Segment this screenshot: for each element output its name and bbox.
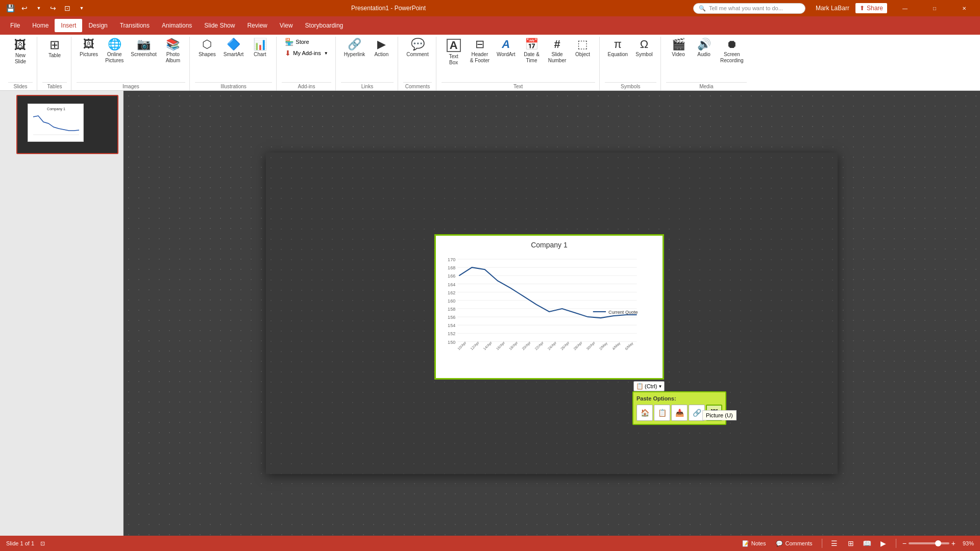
- symbol-label: Symbol: [635, 52, 652, 58]
- view-slideshow-button[interactable]: ▶: [877, 537, 890, 549]
- chart-label: Chart: [254, 52, 266, 58]
- paste-keep-source-button[interactable]: 📋: [654, 405, 670, 421]
- my-addins-button[interactable]: ⬇ My Add-ins ▼: [282, 48, 331, 58]
- svg-text:154: 154: [448, 323, 455, 328]
- user-name: Mark LaBarr: [816, 5, 849, 12]
- slide-number-button[interactable]: # SlideNumber: [545, 37, 570, 66]
- undo-dropdown[interactable]: ▼: [33, 2, 45, 14]
- wordart-button[interactable]: A WordArt: [494, 37, 519, 60]
- svg-text:158: 158: [448, 307, 455, 312]
- media-group-label: Media: [666, 82, 747, 90]
- my-addins-label: My Add-ins: [293, 50, 321, 56]
- slide-canvas[interactable]: Company 1 170 168 166 164 162 160 158 15…: [266, 153, 838, 474]
- maximize-button[interactable]: □: [923, 0, 946, 16]
- chart-button[interactable]: 📊 Chart: [248, 37, 272, 60]
- menu-home[interactable]: Home: [26, 19, 55, 32]
- status-separator2: [896, 539, 896, 548]
- hyperlink-button[interactable]: 🔗 Hyperlink: [341, 37, 369, 60]
- menu-design[interactable]: Design: [82, 19, 113, 32]
- equation-button[interactable]: π Equation: [605, 37, 631, 60]
- svg-text:Company 1: Company 1: [47, 107, 65, 111]
- redo-button[interactable]: ↪: [47, 2, 59, 14]
- paste-ctrl-dropdown[interactable]: ▼: [658, 384, 662, 389]
- screenshot-button[interactable]: 📷 Screenshot: [128, 37, 160, 60]
- online-pictures-button[interactable]: 🌐 OnlinePictures: [102, 37, 127, 66]
- text-box-label: TextBox: [449, 54, 458, 66]
- share-label: Share: [867, 5, 883, 12]
- links-group-label: Links: [341, 82, 394, 90]
- status-separator: [822, 539, 822, 548]
- comments-button[interactable]: 💬 Comments: [773, 539, 815, 548]
- menu-animations[interactable]: Animations: [156, 19, 198, 32]
- table-button[interactable]: ⊞ Table: [42, 37, 67, 61]
- action-icon: ▶: [377, 39, 386, 50]
- menu-file[interactable]: File: [4, 19, 26, 32]
- new-slide-button[interactable]: 🖼 NewSlide: [8, 37, 33, 67]
- online-pictures-label: OnlinePictures: [105, 52, 124, 64]
- comment-button[interactable]: 💬 Comment: [403, 37, 431, 60]
- tell-me-placeholder: Tell me what you want to do...: [709, 5, 783, 11]
- ribbon-group-illustrations: ⬡ Shapes 🔷 SmartArt 📊 Chart Illustration…: [191, 37, 277, 90]
- illustrations-group-label: Illustrations: [195, 82, 272, 90]
- view-reading-button[interactable]: 📖: [861, 537, 873, 549]
- menu-transitions[interactable]: Transitions: [114, 19, 156, 32]
- video-button[interactable]: 🎬 Video: [666, 37, 691, 60]
- paste-embed-button[interactable]: 📥: [671, 405, 688, 421]
- svg-text:4/May: 4/May: [611, 341, 622, 352]
- paste-ctrl-row[interactable]: 📋 (Ctrl) ▼: [634, 382, 664, 391]
- symbols-group-label: Symbols: [605, 82, 656, 90]
- zoom-in-button[interactable]: +: [951, 539, 955, 547]
- tell-me-input[interactable]: 🔍 Tell me what you want to do...: [693, 3, 805, 14]
- pictures-icon: 🖼: [83, 39, 94, 50]
- notes-icon: 📝: [742, 540, 749, 547]
- object-button[interactable]: ⬚ Object: [571, 37, 595, 60]
- smartart-button[interactable]: 🔷 SmartArt: [220, 37, 247, 60]
- symbol-button[interactable]: Ω Symbol: [632, 37, 656, 60]
- header-footer-button[interactable]: ⊟ Header& Footer: [467, 37, 493, 66]
- minimize-button[interactable]: —: [893, 0, 917, 16]
- hyperlink-label: Hyperlink: [344, 52, 365, 58]
- pictures-button[interactable]: 🖼 Pictures: [77, 37, 101, 60]
- object-label: Object: [575, 52, 590, 58]
- tables-group-label: Tables: [42, 82, 67, 90]
- slide-thumbnail[interactable]: Company 1: [16, 95, 118, 154]
- view-slide-sorter-button[interactable]: ⊞: [845, 537, 857, 549]
- ribbon-group-slides: 🖼 NewSlide Slides: [4, 37, 37, 90]
- touch-mode-button[interactable]: ⊡: [61, 2, 74, 14]
- customize-qat-button[interactable]: ▼: [76, 2, 88, 14]
- zoom-slider[interactable]: [909, 542, 949, 544]
- photo-album-button[interactable]: 📚 PhotoAlbum: [161, 37, 185, 66]
- menu-storyboarding[interactable]: Storyboarding: [299, 19, 350, 32]
- date-time-button[interactable]: 📅 Date &Time: [520, 37, 544, 66]
- date-time-label: Date &Time: [524, 52, 540, 64]
- menu-insert[interactable]: Insert: [55, 19, 82, 32]
- svg-text:164: 164: [448, 282, 455, 287]
- save-button[interactable]: 💾: [4, 2, 16, 14]
- notes-label: Notes: [751, 540, 766, 546]
- wordart-label: WordArt: [497, 52, 516, 58]
- close-button[interactable]: ✕: [952, 0, 976, 16]
- view-normal-button[interactable]: ☰: [828, 537, 841, 549]
- paste-use-dest-theme-button[interactable]: 🏠: [636, 405, 653, 421]
- paste-keep-source-icon: 📋: [658, 409, 667, 417]
- share-button[interactable]: ⬆ Share: [855, 3, 887, 13]
- menu-slideshow[interactable]: Slide Show: [198, 19, 241, 32]
- svg-text:22/Apr: 22/Apr: [534, 340, 545, 351]
- action-button[interactable]: ▶ Action: [369, 37, 394, 60]
- zoom-level[interactable]: 93%: [958, 540, 974, 546]
- menu-view[interactable]: View: [274, 19, 299, 32]
- zoom-out-button[interactable]: −: [902, 539, 906, 547]
- table-label: Table: [48, 53, 61, 59]
- screen-recording-button[interactable]: ⏺ ScreenRecording: [717, 37, 747, 66]
- store-button[interactable]: 🏪 Store: [282, 37, 331, 47]
- menu-review[interactable]: Review: [241, 19, 273, 32]
- notes-button[interactable]: 📝 Notes: [739, 539, 769, 548]
- chart-container[interactable]: Company 1 170 168 166 164 162 160 158 15…: [434, 234, 664, 380]
- paste-ctrl-popup[interactable]: 📋 (Ctrl) ▼: [633, 381, 665, 391]
- audio-button[interactable]: 🔊 Audio: [692, 37, 716, 60]
- undo-button[interactable]: ↩: [18, 2, 31, 14]
- canvas-area[interactable]: Company 1 170 168 166 164 162 160 158 15…: [124, 91, 980, 536]
- shapes-button[interactable]: ⬡ Shapes: [195, 37, 219, 60]
- equation-label: Equation: [608, 52, 628, 58]
- text-box-button[interactable]: A TextBox: [442, 37, 466, 68]
